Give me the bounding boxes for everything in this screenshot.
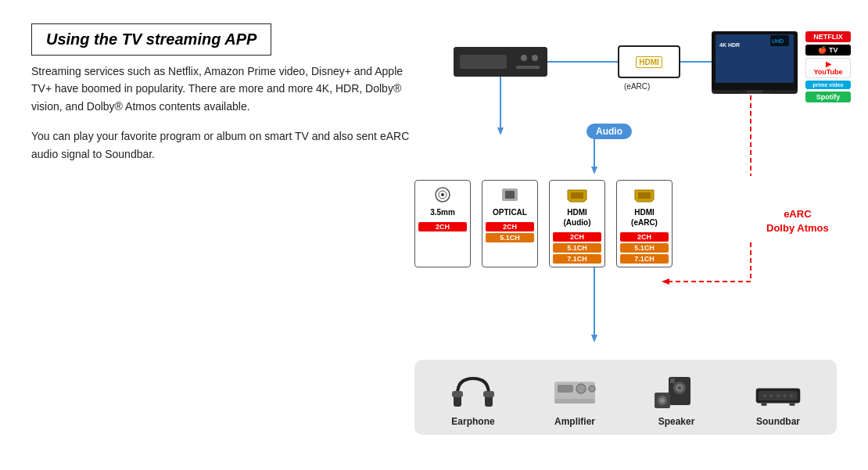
svg-point-51 [770,394,773,396]
port-hdmi-audio-label: HDMI(Audio) [564,207,591,228]
hdmi-audio-5ch: 5.1CH [553,243,601,253]
hdmi-earc-icon [633,185,656,204]
svg-rect-29 [571,192,583,199]
diagram-section: HDMI (eARC) 4K HDR UHD NETFLIX 🍎 TV ▶ Yo… [407,23,860,461]
streaming-services: NETFLIX 🍎 TV ▶ YouTube prime video Spoti… [805,31,851,102]
audio-label-bubble: Audio [586,124,632,139]
amplifier-device: Amplifier [551,371,598,427]
tv-display: 4K HDR UHD [712,31,798,94]
speaker-label: Speaker [658,416,695,427]
appletv-badge: 🍎 TV [805,45,851,56]
svg-point-43 [678,386,681,389]
prime-badge: prime video [805,81,851,89]
svg-point-52 [777,394,779,396]
svg-text:UHD: UHD [772,38,784,44]
svg-point-14 [521,55,527,61]
soundbar-label: Soundbar [756,416,800,427]
earphone-label: Earphone [451,416,494,427]
port-optical-label: OPTICAL [493,207,527,217]
svg-rect-39 [554,399,595,404]
optical-2ch: 2CH [486,222,534,231]
svg-point-53 [784,394,786,396]
description-paragraph-1: Streaming services such as Netflix, Amaz… [31,63,414,115]
ch-2ch-badge: 2CH [418,222,467,231]
earphone-icon [450,371,497,411]
port-hdmi-earc: HDMI(eARC) 2CH 5.1CH 7.1CH [616,180,673,267]
port-3.5mm-label: 3.5mm [430,207,455,217]
svg-point-47 [660,398,665,403]
earc-text: eARC [784,208,811,220]
page-title-box: Using the TV streaming APP [31,23,271,56]
soundbar-icon [755,371,802,411]
svg-point-38 [589,386,595,392]
port-3.5mm: 3.5mm 2CH [414,180,471,267]
hdmi-audio-7ch: 7.1CH [553,254,601,264]
svg-rect-55 [762,403,767,405]
ports-row: 3.5mm 2CH OPTICAL 2CH 5.1CH [414,180,673,267]
earc-dolby-label: eARC Dolby Atmos [766,207,829,235]
svg-rect-30 [638,192,651,199]
svg-marker-5 [591,167,597,174]
svg-marker-3 [497,127,504,135]
description-paragraph-2: You can play your favorite program or al… [31,127,414,163]
device-unit [454,47,547,77]
hdmi-earc-5ch: 5.1CH [620,243,669,253]
netflix-badge: NETFLIX [805,31,851,42]
hdmi-connector-box: HDMI [618,45,680,78]
earphone-device: Earphone [450,371,497,427]
svg-point-50 [763,394,766,396]
svg-rect-36 [558,385,573,393]
hdmi-earc-label: (eARC) [624,82,650,91]
svg-rect-44 [670,379,675,383]
svg-marker-11 [591,335,597,343]
svg-rect-33 [452,391,463,397]
svg-point-26 [441,193,444,196]
speaker-device: Speaker [653,371,700,427]
soundbar-device: Soundbar [755,371,802,427]
dolby-atmos-text: Dolby Atmos [766,222,829,234]
svg-rect-56 [790,403,795,405]
jack-icon [431,185,454,204]
port-hdmi-earc-label: HDMI(eARC) [631,207,658,228]
hdmi-audio-2ch: 2CH [553,232,601,242]
amplifier-label: Amplifier [554,416,595,427]
hdmi-icon: HDMI [636,56,662,68]
svg-point-37 [576,384,586,393]
svg-rect-19 [747,90,762,93]
youtube-badge: ▶ YouTube [805,58,851,78]
svg-point-54 [790,394,792,396]
page-title: Using the TV streaming APP [46,30,256,48]
hdmi-audio-icon [565,185,589,204]
description-section: Streaming services such as Netflix, Amaz… [31,63,414,175]
port-hdmi-audio: HDMI(Audio) 2CH 5.1CH 7.1CH [549,180,605,267]
svg-rect-16 [516,66,540,69]
port-optical: OPTICAL 2CH 5.1CH [482,180,538,267]
optical-icon [498,185,522,204]
svg-rect-13 [460,55,507,69]
svg-point-15 [532,55,538,61]
svg-marker-9 [662,278,669,285]
hdmi-earc-2ch: 2CH [620,232,669,242]
amplifier-icon [551,371,598,411]
optical-5ch: 5.1CH [486,233,534,242]
spotify-badge: Spotify [805,91,851,102]
svg-rect-20 [739,93,770,94]
svg-rect-34 [483,391,494,397]
svg-text:4K HDR: 4K HDR [719,42,740,48]
speaker-icon [653,371,700,411]
svg-rect-28 [505,191,515,199]
hdmi-earc-7ch: 7.1CH [620,254,669,264]
output-devices-row: Earphone Amplifier [414,360,837,435]
